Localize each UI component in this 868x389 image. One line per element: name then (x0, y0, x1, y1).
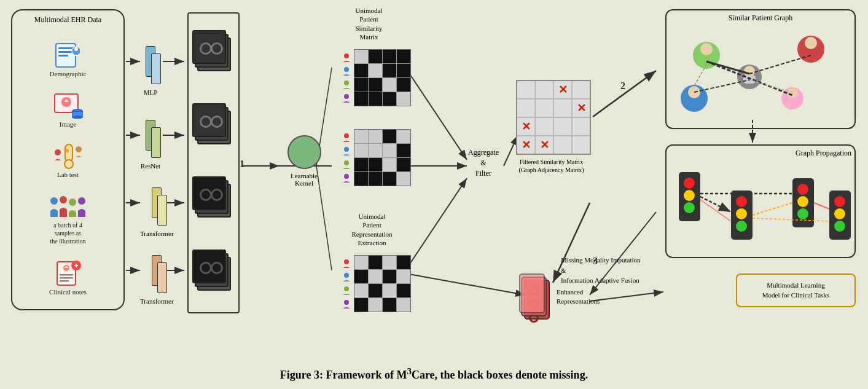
svg-point-95 (797, 208, 808, 219)
similarity-matrix-3 (341, 255, 411, 312)
svg-point-58 (344, 94, 349, 99)
svg-line-17 (405, 178, 467, 270)
input-box-title: Multimodal EHR Data (34, 15, 101, 25)
svg-point-62 (344, 174, 349, 179)
svg-point-60 (344, 147, 349, 152)
svg-point-61 (344, 160, 349, 165)
image-label: Image (60, 120, 76, 128)
filtered-section: ✕ ✕ ✕ ✕ ✕ Filtered Similarity Matrix(Gra… (516, 80, 591, 174)
svg-point-99 (834, 221, 845, 232)
unimodal-similarity-title: UnimodalPatientSimilarityMatrix (343, 6, 395, 41)
svg-point-45 (69, 198, 76, 206)
svg-point-85 (684, 178, 695, 189)
unimodal-representation-title: UnimodalPatientRepresentationExtraction (343, 212, 401, 247)
feature-box (187, 12, 240, 313)
svg-point-57 (344, 81, 349, 85)
svg-point-93 (797, 184, 808, 195)
feature-group-2 (192, 103, 235, 149)
mlp-encoder: MLP (140, 46, 161, 96)
resnet-label: ResNet (141, 162, 160, 170)
svg-point-64 (344, 273, 349, 278)
svg-point-55 (344, 53, 349, 58)
gp-graph (670, 160, 851, 255)
spg-graph (670, 25, 851, 126)
svg-point-41 (55, 149, 61, 155)
svg-point-97 (834, 196, 845, 207)
feature-group-3 (192, 176, 235, 222)
demographic-icon (53, 42, 84, 68)
kernel-circle (287, 135, 321, 169)
people-label: a batch of 4samples asthe illustration (50, 221, 85, 245)
svg-rect-49 (60, 274, 73, 276)
svg-line-23 (405, 273, 525, 295)
svg-text:2: 2 (620, 81, 625, 91)
diagram-area: 2 3 Multimodal EHR Data (0, 0, 868, 361)
svg-point-66 (344, 300, 349, 305)
svg-rect-38 (65, 144, 72, 162)
notes-label: Clinical notes (49, 288, 87, 296)
svg-line-100 (700, 197, 731, 212)
kernel-label: Learnable Kernel (283, 172, 326, 187)
svg-point-98 (834, 208, 845, 219)
step1-badge: 1 (240, 159, 244, 170)
similar-patient-graph-box: Similar Patient Graph (665, 9, 856, 129)
svg-point-70 (805, 37, 817, 49)
labtest-row: Lab test (53, 143, 84, 178)
svg-line-103 (814, 203, 829, 209)
svg-rect-54 (76, 264, 77, 267)
svg-point-40 (65, 149, 69, 152)
svg-point-39 (65, 160, 73, 168)
labtest-label: Lab test (57, 171, 79, 178)
labtest-icon (53, 143, 84, 169)
svg-point-44 (60, 196, 67, 203)
svg-rect-50 (60, 277, 73, 279)
svg-point-42 (76, 146, 82, 152)
main-container: 2 3 Multimodal EHR Data (0, 0, 868, 389)
svg-rect-30 (58, 55, 68, 57)
demographic-label: Demographic (50, 70, 87, 77)
enhanced-representations-area: EnhancedRepresentations (519, 273, 603, 320)
multimodal-box: Multimodal Learning Model for Clinical T… (736, 273, 856, 307)
transformer2-label: Transformer (140, 297, 174, 305)
svg-line-102 (753, 203, 792, 215)
aggregate-label: Aggregate&Filter (468, 147, 499, 178)
svg-point-87 (684, 202, 695, 213)
resnet-encoder: ResNet (140, 120, 161, 170)
svg-point-63 (344, 259, 349, 264)
svg-point-32 (74, 47, 78, 51)
svg-point-91 (736, 221, 747, 232)
svg-line-19 (593, 71, 656, 117)
svg-rect-51 (60, 280, 69, 282)
kernel-area: Learnable Kernel (283, 135, 326, 187)
similarity-matrix-1 (341, 49, 411, 106)
svg-point-68 (700, 43, 713, 55)
svg-point-90 (736, 208, 747, 219)
gp-title: Graph Propagation (670, 149, 851, 158)
people-row: a batch of 4samples asthe illustration (48, 194, 88, 245)
image-icon (53, 93, 84, 119)
enhanced-label: EnhancedRepresentations (557, 288, 603, 305)
feature-group-4 (192, 250, 235, 296)
filtered-label: Filtered Similarity Matrix(Graph Adjacen… (516, 158, 587, 174)
feature-group-1 (192, 30, 235, 76)
svg-line-105 (753, 218, 829, 221)
svg-line-15 (405, 68, 467, 160)
similarity-matrix-2 (341, 129, 411, 186)
svg-point-46 (78, 197, 85, 205)
notes-row: Clinical notes (49, 261, 87, 296)
svg-point-43 (50, 197, 58, 205)
svg-point-65 (344, 286, 349, 291)
figure-caption: Figure 3: Framework of M3Care, the black… (280, 361, 588, 389)
svg-point-59 (344, 133, 349, 138)
people-icon (48, 194, 88, 219)
svg-point-86 (684, 190, 695, 201)
spg-title: Similar Patient Graph (670, 14, 851, 23)
transformer1-label: Transformer (140, 230, 174, 237)
svg-rect-29 (58, 51, 73, 53)
transformer1-encoder: Transformer (140, 187, 174, 237)
notes-icon (54, 261, 82, 286)
transformer2-encoder: Transformer (140, 255, 174, 305)
svg-rect-28 (58, 47, 73, 49)
graph-propagation-box: Graph Propagation (665, 144, 856, 258)
svg-point-89 (736, 196, 747, 207)
